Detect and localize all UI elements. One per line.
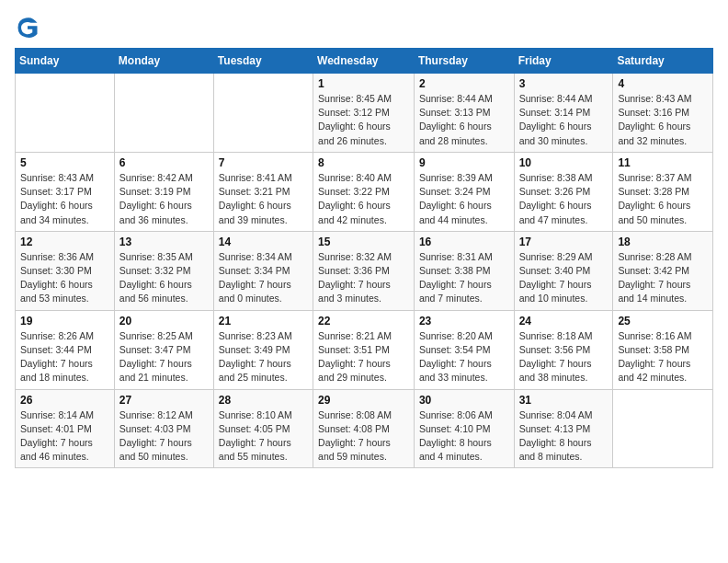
day-cell: 1Sunrise: 8:45 AM Sunset: 3:12 PM Daylig… — [313, 74, 415, 153]
day-number: 9 — [419, 156, 509, 169]
day-info: Sunrise: 8:43 AM Sunset: 3:16 PM Dayligh… — [618, 92, 708, 148]
day-info: Sunrise: 8:28 AM Sunset: 3:42 PM Dayligh… — [618, 250, 708, 306]
day-info: Sunrise: 8:44 AM Sunset: 3:14 PM Dayligh… — [519, 92, 609, 148]
day-cell: 14Sunrise: 8:34 AM Sunset: 3:34 PM Dayli… — [213, 231, 313, 310]
week-row-5: 26Sunrise: 8:14 AM Sunset: 4:01 PM Dayli… — [16, 389, 713, 468]
day-info: Sunrise: 8:18 AM Sunset: 3:56 PM Dayligh… — [519, 329, 609, 385]
day-cell: 16Sunrise: 8:31 AM Sunset: 3:38 PM Dayli… — [414, 231, 514, 310]
day-info: Sunrise: 8:26 AM Sunset: 3:44 PM Dayligh… — [20, 329, 109, 385]
weekday-header-sunday: Sunday — [16, 49, 115, 74]
weekday-header-friday: Friday — [514, 49, 613, 74]
weekday-header-monday: Monday — [114, 49, 213, 74]
day-number: 21 — [219, 315, 308, 327]
day-number: 30 — [419, 394, 509, 407]
day-number: 23 — [419, 315, 509, 327]
day-number: 27 — [119, 394, 209, 407]
day-number: 25 — [618, 315, 708, 327]
day-info: Sunrise: 8:21 AM Sunset: 3:51 PM Dayligh… — [318, 329, 409, 385]
day-number: 5 — [20, 156, 109, 169]
day-cell: 21Sunrise: 8:23 AM Sunset: 3:49 PM Dayli… — [213, 310, 313, 389]
day-number: 18 — [618, 236, 708, 248]
weekday-header-tuesday: Tuesday — [213, 49, 313, 74]
day-cell — [613, 389, 713, 468]
day-number: 7 — [219, 156, 308, 169]
week-row-1: 1Sunrise: 8:45 AM Sunset: 3:12 PM Daylig… — [16, 74, 713, 153]
day-cell: 24Sunrise: 8:18 AM Sunset: 3:56 PM Dayli… — [514, 310, 613, 389]
day-info: Sunrise: 8:42 AM Sunset: 3:19 PM Dayligh… — [119, 171, 209, 227]
day-info: Sunrise: 8:43 AM Sunset: 3:17 PM Dayligh… — [20, 171, 109, 227]
day-info: Sunrise: 8:12 AM Sunset: 4:03 PM Dayligh… — [119, 408, 209, 465]
day-cell: 13Sunrise: 8:35 AM Sunset: 3:32 PM Dayli… — [114, 231, 213, 310]
day-cell — [213, 74, 313, 153]
day-number: 19 — [20, 315, 109, 327]
day-info: Sunrise: 8:35 AM Sunset: 3:32 PM Dayligh… — [119, 250, 209, 306]
day-number: 24 — [519, 315, 609, 327]
day-number: 13 — [119, 236, 209, 248]
day-info: Sunrise: 8:32 AM Sunset: 3:36 PM Dayligh… — [318, 250, 409, 306]
day-number: 14 — [219, 236, 308, 248]
weekday-header-wednesday: Wednesday — [313, 49, 415, 74]
week-row-2: 5Sunrise: 8:43 AM Sunset: 3:17 PM Daylig… — [16, 152, 713, 231]
day-cell: 31Sunrise: 8:04 AM Sunset: 4:13 PM Dayli… — [514, 389, 613, 468]
day-cell: 27Sunrise: 8:12 AM Sunset: 4:03 PM Dayli… — [114, 389, 213, 468]
day-number: 28 — [219, 394, 308, 407]
day-info: Sunrise: 8:25 AM Sunset: 3:47 PM Dayligh… — [119, 329, 209, 385]
day-cell: 6Sunrise: 8:42 AM Sunset: 3:19 PM Daylig… — [114, 152, 213, 231]
day-info: Sunrise: 8:41 AM Sunset: 3:21 PM Dayligh… — [219, 171, 308, 227]
day-number: 6 — [119, 156, 209, 169]
day-info: Sunrise: 8:04 AM Sunset: 4:13 PM Dayligh… — [519, 408, 609, 465]
day-cell: 30Sunrise: 8:06 AM Sunset: 4:10 PM Dayli… — [414, 389, 514, 468]
day-info: Sunrise: 8:16 AM Sunset: 3:58 PM Dayligh… — [618, 329, 708, 385]
weekday-header-thursday: Thursday — [414, 49, 514, 74]
day-cell: 25Sunrise: 8:16 AM Sunset: 3:58 PM Dayli… — [613, 310, 713, 389]
day-info: Sunrise: 8:38 AM Sunset: 3:26 PM Dayligh… — [519, 171, 609, 227]
day-cell: 12Sunrise: 8:36 AM Sunset: 3:30 PM Dayli… — [16, 231, 115, 310]
day-number: 3 — [519, 77, 609, 90]
day-info: Sunrise: 8:06 AM Sunset: 4:10 PM Dayligh… — [419, 408, 509, 465]
day-cell: 3Sunrise: 8:44 AM Sunset: 3:14 PM Daylig… — [514, 74, 613, 153]
day-cell: 29Sunrise: 8:08 AM Sunset: 4:08 PM Dayli… — [313, 389, 415, 468]
day-number: 4 — [618, 77, 708, 90]
day-info: Sunrise: 8:29 AM Sunset: 3:40 PM Dayligh… — [519, 250, 609, 306]
day-number: 1 — [318, 77, 409, 90]
day-number: 17 — [519, 236, 609, 248]
day-number: 22 — [318, 315, 409, 327]
weekday-header-saturday: Saturday — [613, 49, 713, 74]
day-cell: 11Sunrise: 8:37 AM Sunset: 3:28 PM Dayli… — [613, 152, 713, 231]
day-number: 11 — [618, 156, 708, 169]
day-info: Sunrise: 8:10 AM Sunset: 4:05 PM Dayligh… — [219, 408, 308, 465]
weekday-header-row: SundayMondayTuesdayWednesdayThursdayFrid… — [16, 49, 713, 74]
day-cell: 9Sunrise: 8:39 AM Sunset: 3:24 PM Daylig… — [414, 152, 514, 231]
day-cell — [114, 74, 213, 153]
day-cell: 7Sunrise: 8:41 AM Sunset: 3:21 PM Daylig… — [213, 152, 313, 231]
week-row-3: 12Sunrise: 8:36 AM Sunset: 3:30 PM Dayli… — [16, 231, 713, 310]
day-cell: 26Sunrise: 8:14 AM Sunset: 4:01 PM Dayli… — [16, 389, 115, 468]
day-cell: 20Sunrise: 8:25 AM Sunset: 3:47 PM Dayli… — [114, 310, 213, 389]
day-cell: 17Sunrise: 8:29 AM Sunset: 3:40 PM Dayli… — [514, 231, 613, 310]
week-row-4: 19Sunrise: 8:26 AM Sunset: 3:44 PM Dayli… — [16, 310, 713, 389]
day-info: Sunrise: 8:23 AM Sunset: 3:49 PM Dayligh… — [219, 329, 308, 385]
logo — [15, 15, 44, 40]
day-info: Sunrise: 8:39 AM Sunset: 3:24 PM Dayligh… — [419, 171, 509, 227]
calendar-table: SundayMondayTuesdayWednesdayThursdayFrid… — [15, 48, 713, 468]
day-number: 15 — [318, 236, 409, 248]
day-info: Sunrise: 8:44 AM Sunset: 3:13 PM Dayligh… — [419, 92, 509, 148]
logo-icon — [15, 15, 40, 40]
day-number: 29 — [318, 394, 409, 407]
day-cell: 18Sunrise: 8:28 AM Sunset: 3:42 PM Dayli… — [613, 231, 713, 310]
day-number: 31 — [519, 394, 609, 407]
day-number: 12 — [20, 236, 109, 248]
day-number: 20 — [119, 315, 209, 327]
day-info: Sunrise: 8:40 AM Sunset: 3:22 PM Dayligh… — [318, 171, 409, 227]
day-cell: 10Sunrise: 8:38 AM Sunset: 3:26 PM Dayli… — [514, 152, 613, 231]
day-cell: 4Sunrise: 8:43 AM Sunset: 3:16 PM Daylig… — [613, 74, 713, 153]
page-header — [15, 15, 713, 40]
day-cell — [16, 74, 115, 153]
day-cell: 15Sunrise: 8:32 AM Sunset: 3:36 PM Dayli… — [313, 231, 415, 310]
day-number: 8 — [318, 156, 409, 169]
day-info: Sunrise: 8:34 AM Sunset: 3:34 PM Dayligh… — [219, 250, 308, 306]
day-number: 2 — [419, 77, 509, 90]
day-number: 26 — [20, 394, 109, 407]
day-cell: 28Sunrise: 8:10 AM Sunset: 4:05 PM Dayli… — [213, 389, 313, 468]
day-number: 16 — [419, 236, 509, 248]
